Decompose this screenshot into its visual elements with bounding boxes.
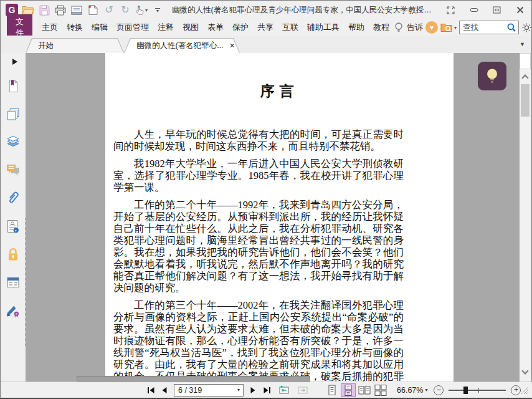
- chevron-down-icon[interactable]: ▾: [454, 25, 457, 31]
- sidebar-item-signatures[interactable]: [4, 303, 22, 318]
- single-page-icon: [326, 385, 338, 396]
- expand-panel-icon[interactable]: [12, 59, 17, 65]
- tab-document[interactable]: 幽微的人性(著名犯罪心... ×: [124, 38, 240, 53]
- next-page-icon: [250, 387, 256, 394]
- menu-item-share[interactable]: 共享: [253, 20, 278, 35]
- tab-start[interactable]: 开始: [26, 38, 124, 53]
- horizontal-scrollbar-thumb[interactable]: [77, 376, 310, 382]
- save-button[interactable]: [36, 2, 52, 17]
- search-icon[interactable]: [506, 22, 516, 32]
- continuous-view-button[interactable]: [341, 383, 356, 397]
- redo-button[interactable]: ↻: [117, 2, 133, 17]
- next-view-icon: [297, 385, 308, 395]
- tell-me-label[interactable]: 告诉: [407, 22, 424, 33]
- zoom-in-button[interactable]: +: [511, 385, 521, 395]
- find-input[interactable]: [460, 23, 506, 32]
- menu-item-view[interactable]: 视图: [178, 20, 203, 35]
- page-number-combobox[interactable]: 6 / 319 ▾: [174, 384, 244, 397]
- lightbulb-outline-icon: [394, 22, 404, 33]
- next-view-button[interactable]: [295, 384, 311, 397]
- sidebar-item-certificates[interactable]: [4, 219, 22, 234]
- continuous-facing-view-button[interactable]: [373, 383, 388, 397]
- minimize-icon: [470, 7, 478, 12]
- menu-item-tutorial[interactable]: 教程: [369, 20, 394, 35]
- menu-item-help[interactable]: 帮助: [344, 20, 369, 35]
- scroll-up-icon[interactable]: [521, 74, 528, 81]
- first-page-button[interactable]: [144, 384, 158, 397]
- undo-button[interactable]: ↺: [101, 2, 117, 17]
- folder-open-icon: [22, 5, 34, 15]
- mail-icon: [71, 6, 82, 15]
- print-button[interactable]: [52, 2, 69, 17]
- vertical-scrollbar-thumb[interactable]: [521, 84, 530, 117]
- email-button[interactable]: [69, 2, 85, 17]
- sidebar-item-form-fields[interactable]: [4, 275, 22, 290]
- document-canvas[interactable]: 序言 人生，早年玩的时候总觉得有大把的时间，可是真正需要时间的时候却发现，时间这…: [26, 53, 520, 382]
- sidebar-item-layers[interactable]: [4, 135, 22, 150]
- menu-item-edit[interactable]: 编辑: [87, 20, 112, 35]
- menu-item-organize[interactable]: 页面管理: [112, 20, 153, 35]
- menu-item-accessibility[interactable]: 辅助工具: [303, 20, 344, 35]
- close-button[interactable]: [508, 1, 531, 19]
- sidebar-item-bookmarks[interactable]: [4, 79, 22, 94]
- menu-item-comment[interactable]: 注释: [153, 20, 178, 35]
- save-icon: [39, 5, 50, 16]
- folder-search-icon[interactable]: [440, 22, 454, 33]
- sidebar-item-security[interactable]: [4, 247, 22, 262]
- restore-button[interactable]: [485, 1, 508, 19]
- redo-icon: ↻: [121, 5, 129, 15]
- heart-icon: ♥: [430, 24, 434, 31]
- facing-pages-icon: [358, 385, 371, 396]
- window-title: 幽微的人性(著名犯罪心理及青少年心理问题专家，中国人民公安大学教授李玫瑾，...: [172, 5, 434, 16]
- customize-toolbar-button[interactable]: ▾: [150, 2, 166, 17]
- tab-start-label: 开始: [26, 38, 124, 53]
- fullscreen-icon: [447, 6, 455, 14]
- signature-pen-icon: [6, 304, 20, 317]
- chevron-down-icon[interactable]: ▾: [425, 387, 427, 393]
- scroll-down-icon[interactable]: [521, 367, 528, 374]
- pdf-page[interactable]: 序言 人生，早年玩的时候总觉得有大把的时间，可是真正需要时间的时候却发现，时间这…: [105, 53, 454, 382]
- next-page-button[interactable]: [246, 384, 260, 397]
- close-icon: [516, 6, 524, 14]
- previous-page-icon: [161, 387, 168, 394]
- facing-view-button[interactable]: [357, 383, 372, 397]
- scrollbar-top-button[interactable]: [520, 53, 531, 69]
- sidebar-item-pages[interactable]: [4, 107, 22, 122]
- zoom-level-value[interactable]: 66.67%: [397, 386, 423, 395]
- menu-item-form[interactable]: 表单: [203, 20, 228, 35]
- lightbulb-icon: [484, 67, 500, 85]
- zoom-out-button[interactable]: −: [434, 385, 444, 395]
- create-pdf-button[interactable]: *: [85, 2, 101, 17]
- menu-item-connect[interactable]: 互联: [278, 20, 303, 35]
- previous-page-button[interactable]: [158, 384, 171, 397]
- assistant-bulb-button[interactable]: [478, 62, 506, 90]
- resize-grip-icon[interactable]: [521, 387, 529, 395]
- hand-tool-icon: [135, 5, 145, 16]
- bookmark-icon: [7, 79, 19, 93]
- window-controls: [439, 1, 531, 19]
- previous-view-button[interactable]: [276, 384, 292, 397]
- pages-icon: [7, 108, 19, 120]
- menu-item-home[interactable]: 主页: [37, 20, 62, 35]
- menu-item-protect[interactable]: 保护: [228, 20, 253, 35]
- hand-tool-button[interactable]: ▾: [133, 2, 150, 17]
- continuous-page-icon: [343, 385, 354, 396]
- sidebar-item-attachments[interactable]: [4, 191, 22, 206]
- menu-item-convert[interactable]: 转换: [62, 20, 87, 35]
- vertical-scrollbar[interactable]: [520, 53, 531, 382]
- sidebar-item-comments[interactable]: [4, 163, 22, 178]
- minimize-button[interactable]: [462, 1, 485, 19]
- zoom-slider[interactable]: [449, 385, 506, 395]
- zoom-slider-handle[interactable]: [463, 387, 468, 394]
- app-window: G * ↺ ↻ ▾: [0, 0, 532, 399]
- zoom-slider-track: [449, 390, 506, 391]
- tab-close-icon[interactable]: ×: [230, 41, 235, 50]
- last-page-button[interactable]: [260, 384, 273, 397]
- document-tab-bar: 开始 幽微的人性(著名犯罪心... × ▼: [1, 36, 531, 53]
- gear-icon[interactable]: [521, 22, 532, 33]
- fullscreen-button[interactable]: [439, 1, 462, 19]
- favorite-button[interactable]: ♥: [425, 21, 438, 34]
- tab-list-dropdown-icon[interactable]: ▼: [520, 41, 525, 47]
- navigation-sidebar: [1, 53, 26, 382]
- single-page-view-button[interactable]: [325, 383, 340, 397]
